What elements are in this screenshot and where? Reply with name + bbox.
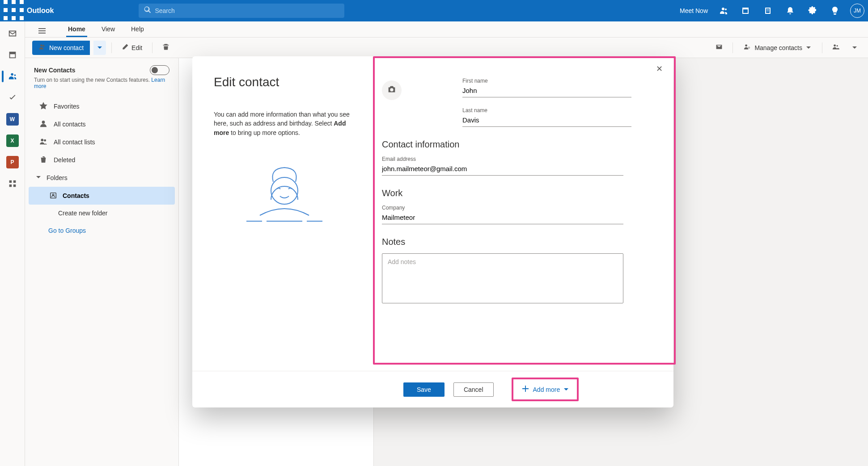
calendar-add-icon[interactable] bbox=[738, 4, 753, 18]
go-to-groups-link[interactable]: Go to Groups bbox=[25, 222, 178, 239]
nav-all-contacts[interactable]: All contacts bbox=[29, 115, 175, 133]
people-icon bbox=[832, 43, 839, 52]
svg-rect-3 bbox=[4, 8, 8, 12]
ribbon-expand-button[interactable] bbox=[847, 41, 862, 55]
new-contact-dropdown[interactable] bbox=[93, 41, 106, 55]
trash-icon bbox=[162, 43, 169, 52]
people-rail-button[interactable] bbox=[2, 67, 23, 86]
chevron-down-icon bbox=[852, 45, 857, 50]
svg-rect-1 bbox=[12, 0, 16, 4]
account-avatar[interactable]: JM bbox=[850, 4, 864, 18]
notes-section: Notes bbox=[382, 237, 656, 247]
manage-contacts-button[interactable]: Manage contacts bbox=[738, 41, 817, 55]
photo-upload-button[interactable] bbox=[382, 80, 402, 100]
first-name-input[interactable] bbox=[462, 85, 631, 97]
tab-help[interactable]: Help bbox=[129, 22, 146, 37]
meet-now-button[interactable]: Meet Now bbox=[676, 7, 708, 14]
people-summary-button[interactable] bbox=[828, 41, 844, 55]
svg-point-23 bbox=[271, 177, 298, 204]
edit-label: Edit bbox=[131, 44, 142, 51]
mail-rail-button[interactable] bbox=[2, 24, 23, 43]
more-apps-rail-button[interactable] bbox=[2, 174, 23, 193]
delete-button[interactable] bbox=[158, 41, 174, 55]
svg-point-16 bbox=[834, 44, 836, 46]
plus-icon bbox=[521, 385, 529, 394]
svg-rect-12 bbox=[13, 185, 16, 187]
nav-folders[interactable]: Folders bbox=[25, 169, 178, 187]
svg-point-17 bbox=[837, 45, 838, 46]
notifications-icon[interactable] bbox=[783, 4, 797, 18]
create-new-folder[interactable]: Create new folder bbox=[25, 205, 178, 222]
close-button[interactable]: ✕ bbox=[653, 63, 665, 75]
svg-point-14 bbox=[745, 44, 748, 46]
notes-textarea[interactable] bbox=[382, 253, 623, 303]
email-input[interactable] bbox=[382, 163, 623, 176]
nav-deleted[interactable]: Deleted bbox=[29, 151, 175, 169]
tips-icon[interactable] bbox=[828, 4, 842, 18]
app-name: Outlook bbox=[27, 7, 54, 15]
pencil-icon bbox=[122, 43, 129, 52]
svg-point-15 bbox=[749, 47, 750, 48]
cancel-button[interactable]: Cancel bbox=[453, 382, 494, 397]
chevron-down-icon bbox=[97, 45, 102, 50]
company-label: Company bbox=[382, 205, 656, 211]
trash-icon bbox=[39, 155, 47, 165]
chevron-down-icon bbox=[806, 45, 811, 50]
last-name-label: Last name bbox=[462, 107, 656, 113]
edit-contact-modal: Edit contact You can add more informatio… bbox=[192, 56, 673, 407]
svg-point-18 bbox=[42, 121, 44, 123]
todo-rail-button[interactable] bbox=[2, 88, 23, 107]
teams-icon[interactable] bbox=[716, 4, 730, 18]
mail-icon bbox=[716, 43, 723, 52]
search-box[interactable] bbox=[139, 4, 344, 18]
svg-point-13 bbox=[40, 44, 42, 46]
modal-title: Edit contact bbox=[214, 75, 355, 89]
nav-folder-contacts[interactable]: Contacts bbox=[29, 187, 175, 205]
calendar-rail-button[interactable] bbox=[2, 46, 23, 64]
work-section: Work bbox=[382, 188, 656, 198]
svg-rect-11 bbox=[9, 185, 12, 187]
meet-now-label: Meet Now bbox=[680, 7, 708, 14]
svg-point-20 bbox=[44, 139, 46, 141]
svg-rect-6 bbox=[4, 16, 8, 20]
save-button[interactable]: Save bbox=[403, 382, 445, 397]
powerpoint-rail-button[interactable]: P bbox=[2, 153, 23, 172]
search-input[interactable] bbox=[155, 7, 339, 14]
company-input[interactable] bbox=[382, 212, 623, 224]
my-day-icon[interactable] bbox=[761, 4, 775, 18]
svg-rect-8 bbox=[20, 16, 24, 20]
contact-folder-icon bbox=[49, 191, 57, 201]
nav-deleted-label: Deleted bbox=[54, 156, 75, 164]
nav-favorites[interactable]: Favorites bbox=[29, 97, 175, 115]
word-rail-button[interactable]: W bbox=[2, 110, 23, 129]
close-icon: ✕ bbox=[656, 64, 663, 74]
tab-home[interactable]: Home bbox=[66, 22, 87, 37]
svg-rect-5 bbox=[20, 8, 24, 12]
nav-all-contact-lists[interactable]: All contact lists bbox=[29, 133, 175, 151]
svg-rect-2 bbox=[20, 0, 24, 4]
chevron-down-icon bbox=[563, 386, 569, 393]
first-name-label: First name bbox=[462, 78, 656, 84]
svg-point-19 bbox=[41, 139, 43, 141]
people-settings-icon bbox=[744, 43, 751, 52]
promo-body: Turn on to start using the new Contacts … bbox=[34, 77, 169, 89]
svg-rect-10 bbox=[13, 181, 16, 183]
hamburger-menu-icon[interactable] bbox=[36, 25, 48, 37]
add-more-button[interactable]: Add more bbox=[516, 382, 575, 397]
person-add-icon bbox=[38, 43, 46, 52]
settings-icon[interactable] bbox=[805, 4, 820, 18]
app-launcher-icon[interactable] bbox=[4, 0, 25, 21]
search-icon bbox=[144, 6, 151, 15]
edit-button[interactable]: Edit bbox=[117, 41, 147, 55]
new-contacts-promo: New Contacts Turn on to start using the … bbox=[31, 63, 172, 91]
contact-illustration bbox=[214, 164, 355, 235]
excel-rail-button[interactable]: X bbox=[2, 131, 23, 150]
last-name-input[interactable] bbox=[462, 114, 631, 127]
new-contact-button[interactable]: New contact bbox=[32, 41, 90, 55]
nav-favorites-label: Favorites bbox=[54, 103, 80, 110]
mail-action-button[interactable] bbox=[711, 41, 727, 55]
nav-folder-contacts-label: Contacts bbox=[63, 192, 89, 199]
app-rail: W X P bbox=[0, 21, 25, 466]
new-contacts-toggle[interactable] bbox=[150, 65, 169, 75]
tab-view[interactable]: View bbox=[100, 22, 117, 37]
